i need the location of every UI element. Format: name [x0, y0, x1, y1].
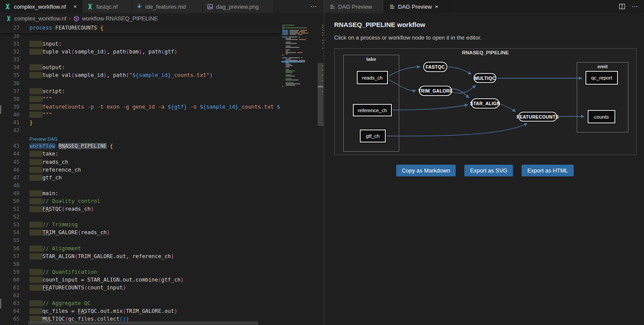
code-token: main:: [43, 190, 59, 196]
code-line[interactable]: 52: [0, 213, 280, 221]
code-line[interactable]: 57 STAR_ALIGN(TRIM_GALORE.out, reference…: [0, 252, 280, 260]
code-line[interactable]: 56 // Alignment: [0, 245, 280, 252]
code-token: (: [158, 277, 161, 283]
overview-ruler-mark: [322, 30, 323, 30]
tab-dag-preview-inactive[interactable]: DAG Preview: [324, 0, 384, 13]
code-line[interactable]: Preview DAG: [0, 134, 280, 142]
line-content: """: [30, 111, 52, 119]
code-line[interactable]: 55: [0, 236, 280, 244]
tab-ide-features[interactable]: ide_features.md: [132, 0, 203, 13]
split-editor-icon[interactable]: [619, 3, 625, 10]
tab-dag-preview-png[interactable]: dag_preview.png: [203, 0, 274, 13]
code-token: , path: [142, 49, 161, 55]
line-number: 58: [0, 260, 20, 268]
breadcrumb-symbol[interactable]: workflow RNASEQ_PIPELINE: [82, 15, 158, 22]
scrollbar-thumb[interactable]: [318, 63, 323, 126]
dag-node-featurecounts[interactable]: FEATURECOUNTS: [518, 112, 557, 122]
dag-node-gtf-ch[interactable]: gtf_ch: [360, 129, 386, 143]
export-buttons: Copy as Markdown Export as SVG Export as…: [334, 165, 636, 176]
line-number: 48: [0, 182, 20, 189]
code-line[interactable]: 60 count_input = STAR_ALIGN.out.combine(…: [0, 276, 280, 284]
code-token: ·: [55, 143, 58, 149]
line-number: 35: [0, 71, 20, 79]
export-as-html-button[interactable]: Export as HTML: [522, 165, 574, 176]
code-token: TRIM_GALORE: [43, 229, 78, 235]
copy-as-markdown-button[interactable]: Copy as Markdown: [396, 165, 456, 176]
dag-node-star-align[interactable]: STAR_ALIGN: [471, 98, 499, 109]
tab-dag-preview-active[interactable]: DAG Preview ×: [384, 0, 449, 13]
code-line[interactable]: 39 featureCounts -p -t exon -g gene_id -…: [0, 103, 280, 111]
code-line[interactable]: 51 FASTQC(reads_ch): [0, 205, 280, 213]
minimap-line: [289, 36, 297, 37]
code-line[interactable]: 42: [0, 126, 280, 134]
code-line[interactable]: 58: [0, 260, 280, 268]
tab-label: DAG Preview: [398, 3, 432, 10]
code-line[interactable]: 48: [0, 182, 280, 189]
minimap-line: [304, 61, 305, 62]
code-line[interactable]: 46 reference_ch: [0, 166, 280, 174]
line-content: tuple val(sample_id), path(bam), path(gt…: [30, 48, 177, 56]
close-icon[interactable]: ×: [435, 3, 438, 10]
code-token: count_input: [87, 285, 122, 291]
code-line[interactable]: 30: [0, 32, 280, 40]
code-line[interactable]: 61 FEATURECOUNTS(count_input): [0, 284, 280, 292]
dag-node-trim-galore[interactable]: TRIM_GALORE: [419, 86, 452, 96]
minimap-line: [282, 86, 283, 87]
breadcrumb-file[interactable]: complex_workflow.nf: [14, 15, 66, 22]
line-number: 60: [0, 276, 20, 284]
tab-fastqc[interactable]: fastqc.nf: [82, 0, 132, 13]
code-line[interactable]: 53 // Trimming: [0, 221, 280, 229]
line-content: STAR_ALIGN(TRIM_GALORE.out, reference_ch…: [30, 252, 174, 260]
nextflow-icon: [4, 3, 11, 10]
close-icon[interactable]: ×: [73, 3, 77, 10]
code-line[interactable]: 64 qc_files = FASTQC.out.mix(TRIM_GALORE…: [0, 307, 280, 315]
code-line[interactable]: 62: [0, 292, 280, 299]
code-line[interactable]: 50 // Quality control: [0, 197, 280, 205]
code-token: """: [43, 96, 52, 102]
code-line[interactable]: 44 take:: [0, 150, 280, 158]
code-token: -o: [187, 104, 200, 110]
dag-node-reads-ch[interactable]: reads_ch: [357, 71, 388, 84]
code-line[interactable]: 54 TRIM_GALORE(reads_ch): [0, 229, 280, 236]
code-line[interactable]: 43workflow·RNASEQ_PIPELINE·{: [0, 142, 280, 150]
code-line[interactable]: 35 tuple val(sample_id), path("${sample_…: [0, 71, 280, 79]
code-line[interactable]: 34 output:: [0, 63, 280, 71]
dag-node-fastqc[interactable]: FASTQC: [423, 62, 447, 72]
vertical-scrollbar[interactable]: [317, 24, 324, 325]
code-token: {: [100, 25, 103, 31]
code-token: reads_ch: [65, 206, 90, 212]
code-line[interactable]: 45 reads_ch: [0, 158, 280, 166]
sticky-scroll-line[interactable]: 27process FEATURECOUNTS {: [0, 24, 280, 33]
code-line[interactable]: 41}: [0, 119, 280, 126]
dag-node-counts[interactable]: counts: [588, 110, 615, 123]
minimap-line: [286, 76, 295, 76]
export-as-svg-button[interactable]: Export as SVG: [464, 165, 513, 176]
code-line[interactable]: 47 gtf_ch: [0, 174, 280, 182]
minimap[interactable]: [280, 24, 317, 325]
code-token: FASTQC: [43, 206, 62, 212]
minimap-line: [297, 52, 302, 53]
code-line[interactable]: 38 """: [0, 95, 280, 103]
code-line[interactable]: 37 script:: [0, 87, 280, 95]
editor-more-actions[interactable]: ⋯: [308, 0, 320, 13]
code-editor[interactable]: 3031 input:32 tuple val(sample_id), path…: [0, 32, 280, 325]
horizontal-scrollbar-thumb[interactable]: [28, 322, 258, 325]
panel-more-actions[interactable]: ⋯: [631, 3, 639, 10]
dag-node-reference-ch[interactable]: reference_ch: [353, 104, 392, 116]
code-token: tuple val: [43, 49, 72, 55]
code-line[interactable]: 27process FEATURECOUNTS {: [0, 24, 280, 32]
markdown-icon: [136, 3, 142, 10]
code-line[interactable]: 32 tuple val(sample_id), path(bam), path…: [0, 48, 280, 56]
code-line[interactable]: 33: [0, 56, 280, 63]
code-line[interactable]: 40 """: [0, 111, 280, 119]
tab-complex-workflow[interactable]: complex_workflow.nf ×: [0, 0, 82, 13]
code-line[interactable]: 63 // Aggregate QC: [0, 299, 280, 307]
dag-node-multiqc[interactable]: MULTIQC: [473, 73, 496, 83]
code-line[interactable]: 49 main:: [0, 189, 280, 197]
code-line[interactable]: 36: [0, 80, 280, 87]
code-line[interactable]: 31 input:: [0, 40, 280, 48]
dag-node-qc-report[interactable]: qc_report: [585, 71, 618, 85]
code-line[interactable]: 59 // Quantification: [0, 268, 280, 276]
line-content: input:: [30, 40, 62, 48]
minimap-line: [282, 26, 284, 27]
